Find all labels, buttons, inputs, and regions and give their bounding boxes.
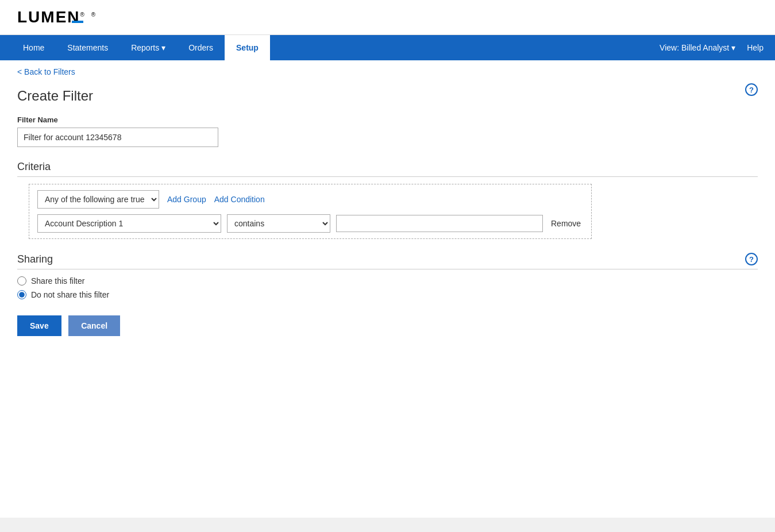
save-button[interactable]: Save <box>17 315 61 336</box>
cancel-button[interactable]: Cancel <box>68 315 120 336</box>
criteria-section-header: Criteria <box>17 161 758 177</box>
no-share-filter-label: Do not share this filter <box>31 290 109 299</box>
share-filter-radio[interactable] <box>17 276 26 286</box>
criteria-group: Any of the following are true All of the… <box>29 184 592 239</box>
condition-value-input[interactable] <box>336 215 543 232</box>
logo: LUMEN® <box>17 8 97 26</box>
filter-name-label: Filter Name <box>17 115 758 124</box>
page-help-icon[interactable]: ? <box>745 83 758 96</box>
action-buttons: Save Cancel <box>17 304 758 336</box>
main-content: < Back to Filters Create Filter ? Filter… <box>0 60 775 518</box>
logo-header: LUMEN® <box>0 0 775 35</box>
nav-home[interactable]: Home <box>11 35 56 60</box>
nav-right: View: Billed Analyst ▾ Help <box>660 43 764 52</box>
criteria-group-header: Any of the following are true All of the… <box>37 190 583 209</box>
sharing-title: Sharing <box>17 253 53 265</box>
condition-operator-select[interactable]: contains equals starts with ends with do… <box>227 214 330 233</box>
add-group-button[interactable]: Add Group <box>167 195 206 204</box>
group-operator-select[interactable]: Any of the following are true All of the… <box>37 190 159 209</box>
nav-left: Home Statements Reports ▾ Orders Setup <box>11 35 660 60</box>
criteria-body: Any of the following are true All of the… <box>29 184 758 239</box>
share-filter-option[interactable]: Share this filter <box>17 276 758 286</box>
condition-field-select[interactable]: Account Description 1 Account Descriptio… <box>37 214 221 233</box>
no-share-filter-radio[interactable] <box>17 290 26 299</box>
nav-reports[interactable]: Reports ▾ <box>119 35 177 60</box>
sharing-help-icon[interactable]: ? <box>745 253 758 265</box>
nav-statements[interactable]: Statements <box>56 35 119 60</box>
nav-setup[interactable]: Setup <box>225 35 270 60</box>
sharing-section: Sharing ? Share this filter Do not share… <box>17 253 758 299</box>
share-filter-label: Share this filter <box>31 276 84 286</box>
criteria-title: Criteria <box>17 161 51 173</box>
filter-name-input[interactable] <box>17 128 218 147</box>
sharing-section-header: Sharing ? <box>17 253 758 269</box>
page-title: Create Filter <box>17 88 93 104</box>
nav-orders[interactable]: Orders <box>177 35 225 60</box>
condition-row: Account Description 1 Account Descriptio… <box>37 214 583 233</box>
nav-help[interactable]: Help <box>747 43 764 52</box>
nav-view[interactable]: View: Billed Analyst ▾ <box>660 43 735 52</box>
add-condition-button[interactable]: Add Condition <box>214 195 265 204</box>
back-to-filters-link[interactable]: < Back to Filters <box>17 60 758 83</box>
condition-remove-button[interactable]: Remove <box>549 219 583 228</box>
navbar: Home Statements Reports ▾ Orders Setup V… <box>0 35 775 60</box>
no-share-filter-option[interactable]: Do not share this filter <box>17 290 758 299</box>
